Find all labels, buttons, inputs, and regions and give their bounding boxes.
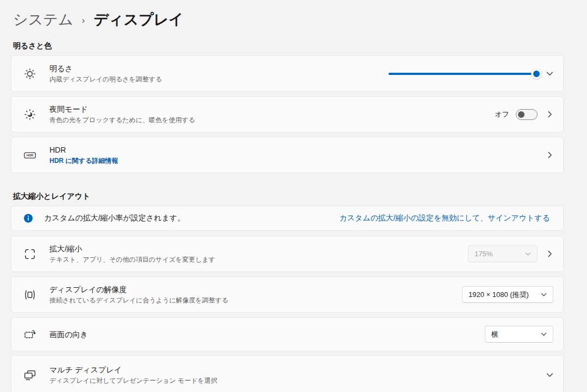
- night-mode-text: 夜間モード 青色の光をブロックするために、暖色を使用する: [49, 104, 495, 124]
- brightness-text: 明るさ 内蔵ディスプレイの明るさを調整する: [49, 64, 389, 84]
- info-icon: [23, 213, 33, 223]
- breadcrumb-separator-icon: ›: [82, 15, 85, 26]
- section-brightness-color: 明るさと色: [11, 41, 564, 51]
- scale-dropdown: 175%: [468, 245, 538, 262]
- orientation-dropdown-chevron-down-icon: [541, 331, 547, 337]
- multi-display-subtitle: ディスプレイに対してプレゼンテーション モードを選択: [49, 376, 546, 385]
- resolution-row: ディスプレイの解像度 接続されているディスプレイに合うように解像度を調整する 1…: [11, 276, 564, 313]
- resolution-title: ディスプレイの解像度: [49, 284, 462, 294]
- scale-subtitle: テキスト、アプリ、その他の項目のサイズを変更します: [49, 255, 468, 264]
- breadcrumb: システム › ディスプレイ: [11, 9, 564, 30]
- resolution-dropdown[interactable]: 1920 × 1080 (推奨): [462, 286, 553, 303]
- custom-scaling-message: カスタムの拡大/縮小率が設定されます。: [44, 213, 339, 223]
- night-mode-toggle-state-label: オフ: [495, 110, 509, 119]
- night-mode-title: 夜間モード: [49, 104, 495, 114]
- resolution-text: ディスプレイの解像度 接続されているディスプレイに合うように解像度を調整する: [49, 284, 462, 305]
- resolution-icon: [23, 288, 36, 301]
- brightness-row[interactable]: 明るさ 内蔵ディスプレイの明るさを調整する: [11, 55, 564, 92]
- scale-icon: [23, 248, 36, 261]
- multi-display-row[interactable]: マルチ ディスプレイ ディスプレイに対してプレゼンテーション モードを選択: [11, 355, 564, 392]
- orientation-dropdown[interactable]: 横: [485, 326, 553, 343]
- hdr-details-link[interactable]: HDR に関する詳細情報: [49, 156, 546, 166]
- orientation-rotate-icon: [23, 328, 36, 341]
- breadcrumb-system[interactable]: システム: [13, 10, 73, 29]
- scale-row[interactable]: 拡大/縮小 テキスト、アプリ、その他の項目のサイズを変更します 175%: [11, 236, 564, 272]
- orientation-title: 画面の向き: [49, 330, 485, 339]
- orientation-text: 画面の向き: [49, 330, 485, 339]
- night-mode-row[interactable]: 夜間モード 青色の光をブロックするために、暖色を使用する オフ: [11, 96, 564, 132]
- brightness-slider-track[interactable]: [389, 73, 536, 75]
- night-mode-toggle-knob: [518, 111, 524, 118]
- night-mode-subtitle: 青色の光をブロックするために、暖色を使用する: [49, 116, 495, 124]
- brightness-slider[interactable]: [389, 68, 536, 79]
- orientation-row: 画面の向き 横: [11, 317, 564, 351]
- brightness-slider-thumb[interactable]: [531, 68, 542, 79]
- hdr-row[interactable]: HDR HDR HDR に関する詳細情報: [11, 137, 564, 173]
- resolution-dropdown-value: 1920 × 1080 (推奨): [469, 290, 529, 300]
- resolution-subtitle: 接続されているディスプレイに合うように解像度を調整する: [49, 296, 462, 305]
- orientation-dropdown-value: 横: [491, 330, 498, 339]
- scale-chevron-right-icon[interactable]: [546, 250, 553, 257]
- scale-text: 拡大/縮小 テキスト、アプリ、その他の項目のサイズを変更します: [49, 244, 468, 264]
- section-scale-layout: 拡大縮小とレイアウト: [11, 192, 564, 201]
- disable-custom-scaling-signout-link[interactable]: カスタムの拡大/縮小の設定を無効にして、サインアウトする: [339, 213, 550, 223]
- page-title: ディスプレイ: [93, 10, 184, 29]
- multi-display-expand-chevron-down-icon[interactable]: [546, 371, 553, 378]
- brightness-expand-chevron-down-icon[interactable]: [546, 70, 553, 77]
- custom-scaling-info-bar: カスタムの拡大/縮小率が設定されます。 カスタムの拡大/縮小の設定を無効にして、…: [11, 206, 564, 231]
- brightness-slider-fill: [389, 73, 536, 75]
- hdr-title: HDR: [49, 145, 546, 155]
- brightness-subtitle: 内蔵ディスプレイの明るさを調整する: [49, 75, 389, 84]
- resolution-dropdown-chevron-down-icon: [541, 292, 547, 298]
- hdr-badge-icon: HDR: [23, 149, 36, 162]
- night-mode-chevron-right-icon[interactable]: [546, 111, 553, 118]
- night-mode-toggle[interactable]: [516, 109, 538, 120]
- scale-dropdown-value: 175%: [474, 250, 492, 258]
- scale-title: 拡大/縮小: [49, 244, 468, 254]
- brightness-title: 明るさ: [49, 64, 389, 73]
- multi-display-icon: [23, 368, 36, 381]
- hdr-chevron-right-icon[interactable]: [546, 151, 553, 159]
- scale-dropdown-chevron-down-icon: [525, 251, 531, 257]
- brightness-sun-icon: [23, 67, 36, 80]
- settings-page: システム › ディスプレイ 明るさと色 明るさ: [11, 0, 564, 392]
- multi-display-text: マルチ ディスプレイ ディスプレイに対してプレゼンテーション モードを選択: [49, 365, 546, 385]
- multi-display-title: マルチ ディスプレイ: [49, 365, 546, 375]
- hdr-text: HDR HDR に関する詳細情報: [49, 145, 546, 166]
- svg-text:HDR: HDR: [27, 154, 34, 157]
- night-light-icon: [23, 108, 36, 121]
